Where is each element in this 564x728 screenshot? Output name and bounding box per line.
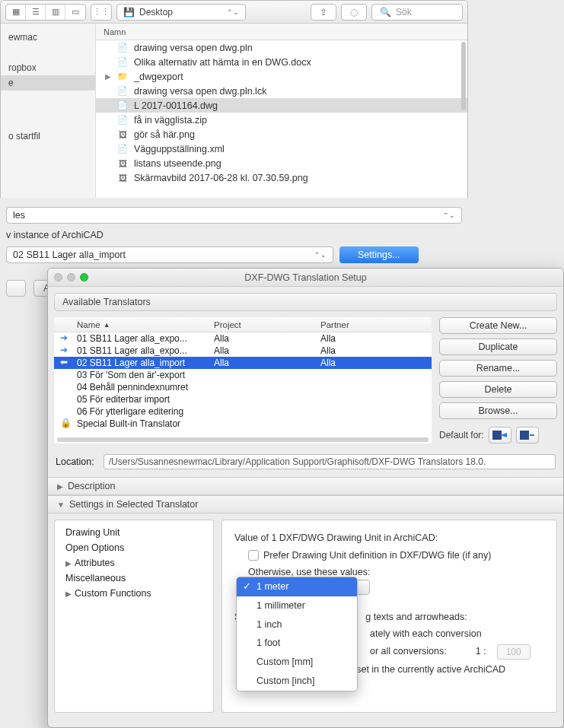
rename-button[interactable]: Rename... bbox=[439, 360, 557, 377]
prefer-unit-label: Prefer Drawing Unit definition in DXF/DW… bbox=[263, 548, 491, 563]
column-header[interactable]: Namn bbox=[96, 24, 467, 40]
file-row[interactable]: 📄drawing versa open dwg.pln.lck bbox=[96, 84, 467, 98]
disclosure-triangle-icon[interactable]: ▶ bbox=[105, 72, 111, 81]
view-gallery-icon[interactable]: ▭ bbox=[65, 5, 85, 20]
file-name: drawing versa open dwg.pln bbox=[134, 43, 253, 53]
group-segmented[interactable]: ⋮⋮ bbox=[91, 4, 112, 21]
group-icon[interactable]: ⋮⋮ bbox=[91, 5, 111, 20]
file-type-label: les bbox=[13, 210, 25, 221]
file-icon: 📄 bbox=[117, 144, 128, 154]
file-icon: 🖼 bbox=[117, 129, 128, 140]
search-field[interactable]: 🔍 Sök bbox=[371, 4, 463, 21]
file-row[interactable]: 🖼gör så här.png bbox=[96, 127, 467, 141]
path-label: Desktop bbox=[139, 7, 173, 17]
delete-button[interactable]: Delete bbox=[439, 381, 557, 398]
create-new-button[interactable]: Create New... bbox=[439, 317, 557, 334]
file-row[interactable]: 📄få in vägglista.zip bbox=[96, 113, 467, 127]
table-row[interactable]: 06 För ytterligare editering bbox=[54, 405, 432, 418]
file-row[interactable]: 📄L 2017-001164.dwg bbox=[96, 98, 467, 113]
file-row[interactable]: 📄drawing versa open dwg.pln bbox=[96, 40, 467, 55]
table-row[interactable]: ➔01 SB11 Lager alla_expo...AllaAlla bbox=[54, 332, 432, 345]
file-row[interactable]: 📄Olika alternativ att hämta in en DWG.do… bbox=[96, 55, 467, 69]
sidebar-item[interactable]: ewmac bbox=[1, 30, 95, 45]
file-icon: 🖼 bbox=[117, 173, 128, 183]
zoom-icon[interactable] bbox=[80, 273, 88, 281]
file-row[interactable]: 🖼Skärmavbild 2017-06-28 kl. 07.30.59.png bbox=[96, 170, 467, 185]
settings-button[interactable]: Settings... bbox=[339, 246, 419, 263]
ratio-input[interactable]: 100 bbox=[497, 644, 531, 660]
vertical-scrollbar[interactable] bbox=[461, 42, 466, 110]
list-item[interactable]: Open Options bbox=[55, 540, 213, 555]
list-item[interactable]: Miscellaneous bbox=[55, 571, 213, 586]
view-columns-icon[interactable]: ▥ bbox=[46, 5, 65, 20]
list-item[interactable]: Drawing Unit bbox=[55, 525, 213, 540]
sidebar-item[interactable]: ropbox bbox=[1, 60, 95, 75]
settings-detail-panel: Value of 1 DXF/DWG Drawing Unit in Archi… bbox=[221, 520, 557, 713]
file-row[interactable]: 🖼listans utseende.png bbox=[96, 156, 467, 170]
file-name: drawing versa open dwg.pln.lck bbox=[134, 86, 266, 97]
dropdown-item[interactable]: 1 millimeter bbox=[237, 596, 357, 615]
table-row[interactable]: 05 För editerbar import bbox=[54, 393, 432, 405]
location-field[interactable] bbox=[104, 454, 556, 469]
description-label: Description bbox=[68, 481, 116, 491]
path-dropdown[interactable]: 💾 Desktop ⌃⌄ bbox=[116, 4, 246, 21]
horizontal-scrollbar[interactable] bbox=[57, 437, 429, 442]
available-translators-header: Available Translators bbox=[54, 293, 557, 311]
folder-icon: 📁 bbox=[117, 72, 128, 82]
share-button[interactable]: ⇪ bbox=[311, 4, 336, 21]
settings-header[interactable]: ▼ Settings in Selected Translator bbox=[48, 495, 563, 513]
view-list-icon[interactable]: ☰ bbox=[26, 5, 46, 20]
file-icon: 📄 bbox=[117, 43, 128, 53]
col-project[interactable]: Project bbox=[214, 320, 320, 329]
translator-table[interactable]: Name▲ Project Partner ➔01 SB11 Lager all… bbox=[54, 317, 432, 443]
default-export-button[interactable] bbox=[489, 427, 511, 443]
list-item[interactable]: ▶Custom Functions bbox=[55, 586, 213, 601]
unknown-button[interactable] bbox=[6, 280, 26, 297]
view-mode-segmented[interactable]: ▦ ☰ ▥ ▭ bbox=[5, 4, 86, 21]
table-row[interactable]: ➔01 SB11 Lager alla_expo...AllaAlla bbox=[54, 345, 432, 357]
default-for-label: Default for: bbox=[439, 430, 484, 440]
translator-actions: Create New... Duplicate Rename... Delete… bbox=[439, 317, 557, 443]
prefer-unit-checkbox[interactable] bbox=[248, 550, 259, 561]
default-import-icon bbox=[519, 430, 536, 440]
sidebar-item[interactable]: e bbox=[1, 75, 95, 91]
file-name: L 2017-001164.dwg bbox=[134, 100, 218, 111]
default-import-button[interactable] bbox=[516, 427, 539, 443]
view-icons-icon[interactable]: ▦ bbox=[6, 5, 26, 20]
file-type-select[interactable]: les ⌃⌄ bbox=[6, 207, 462, 224]
dropdown-item[interactable]: 1 inch bbox=[237, 615, 357, 634]
minimize-icon[interactable] bbox=[67, 273, 75, 281]
description-header[interactable]: ▶ Description bbox=[48, 477, 563, 495]
tags-button[interactable]: ◌ bbox=[341, 4, 367, 21]
import-arrow-icon: ⬅ bbox=[60, 357, 72, 369]
share-icon: ⇪ bbox=[320, 7, 327, 17]
new-instance-label: v instance of ArchiCAD bbox=[0, 227, 468, 243]
table-row[interactable]: ⬅02 SB11 Lager alla_importAllaAlla bbox=[54, 357, 432, 369]
dropdown-item[interactable]: Custom [inch] bbox=[237, 672, 357, 691]
list-item[interactable]: ▶Attributes bbox=[55, 555, 213, 571]
close-icon[interactable] bbox=[54, 273, 62, 281]
table-row[interactable]: 04 Behåll pennindexnumret bbox=[54, 381, 432, 393]
browse-button[interactable]: Browse... bbox=[439, 402, 557, 419]
sort-arrow-icon: ▲ bbox=[104, 321, 110, 329]
sidebar-item[interactable]: o startfil bbox=[1, 129, 95, 144]
disclosure-right-icon: ▶ bbox=[65, 559, 72, 567]
lock-icon: 🔒 bbox=[60, 418, 72, 430]
settings-category-list[interactable]: Drawing Unit Open Options ▶Attributes Mi… bbox=[54, 520, 214, 713]
dropdown-item[interactable]: Custom [mm] bbox=[237, 653, 357, 672]
table-row[interactable]: 03 För 'Som den är'-export bbox=[54, 369, 432, 381]
col-partner[interactable]: Partner bbox=[320, 320, 432, 329]
file-row[interactable]: 📄Vägguppställning.xml bbox=[96, 141, 467, 156]
dropdown-item[interactable]: 1 foot bbox=[237, 634, 357, 653]
table-row[interactable]: 🔒Special Built-in Translator bbox=[54, 418, 432, 430]
duplicate-button[interactable]: Duplicate bbox=[439, 339, 557, 355]
file-row[interactable]: ▶📁_dwgexport bbox=[96, 69, 467, 84]
unit-dropdown-menu[interactable]: 1 meter 1 millimeter 1 inch 1 foot Custo… bbox=[236, 577, 358, 691]
disclosure-right-icon: ▶ bbox=[57, 482, 63, 491]
table-header[interactable]: Name▲ Project Partner bbox=[54, 317, 432, 332]
search-placeholder: Sök bbox=[396, 7, 412, 17]
window-controls[interactable] bbox=[54, 273, 88, 281]
dropdown-item[interactable]: 1 meter bbox=[237, 577, 357, 596]
col-name[interactable]: Name bbox=[77, 320, 100, 329]
translator-select[interactable]: 02 SB11 Lager alla_import ⌃⌄ bbox=[6, 246, 333, 263]
